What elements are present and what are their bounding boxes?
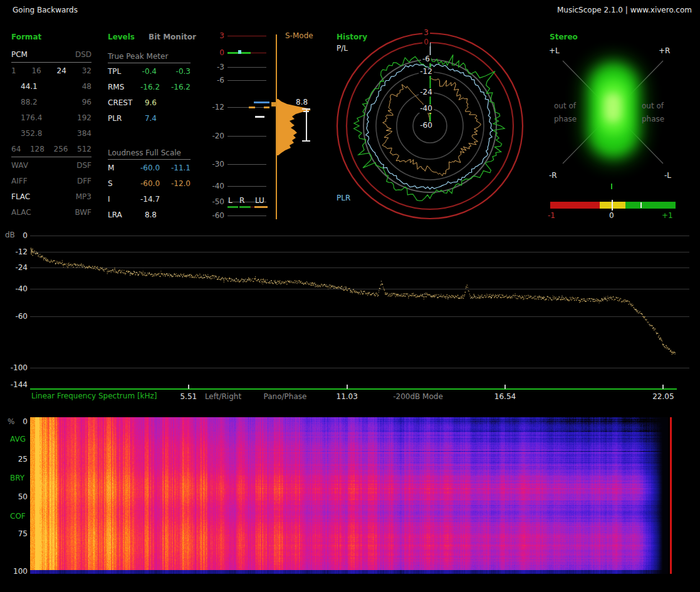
meter-indicator-lu-right xyxy=(264,106,269,108)
format-option-48: 48 xyxy=(82,82,91,91)
levels-row-s: S-60.0-12.0 xyxy=(108,175,191,191)
meter-scale-line xyxy=(227,216,266,216)
app-brand: MusicScope 2.1.0 | www.xivero.com xyxy=(557,6,692,14)
format-option-64: 64 xyxy=(11,145,21,153)
tab-bit-monitor[interactable]: Bit Monitor xyxy=(149,33,196,41)
tab-levels[interactable]: Levels xyxy=(108,33,135,41)
metric-value: -16.2 xyxy=(140,83,157,91)
metric-value: -0.3 xyxy=(157,67,191,76)
mode-pano-phase[interactable]: Pano/Phase xyxy=(264,392,307,401)
levels-row-tpl: TPL-0.4-0.3 xyxy=(108,63,191,79)
format-title: Format xyxy=(11,33,41,41)
meter-scale-label: -20 xyxy=(199,132,224,140)
spectrum-x-tick xyxy=(347,385,348,389)
toggle-avg[interactable]: AVG xyxy=(10,435,26,444)
metric-label: LRA xyxy=(108,210,140,219)
out-of-phase-left-1: out of xyxy=(554,101,576,110)
meter-bottom-bar-l xyxy=(227,206,238,208)
metric-label: S xyxy=(108,179,140,188)
lra-bracket-line xyxy=(306,109,307,141)
label-plus-l: +L xyxy=(549,46,560,55)
spectrum-x-tick-label: 11.03 xyxy=(336,392,357,401)
lra-bracket-cap-bottom xyxy=(302,140,310,142)
format-row: 176.4192 xyxy=(11,110,91,125)
label-minus-l: -L xyxy=(664,171,671,180)
metric-value: 9.6 xyxy=(140,98,157,107)
playhead-line xyxy=(670,417,672,574)
levels-row-m: M-60.0-11.1 xyxy=(108,160,191,175)
mode-left-right[interactable]: Left/Right xyxy=(205,392,241,401)
meter-scale-label: -6 xyxy=(199,76,224,85)
format-option-dsd: DSD xyxy=(75,50,91,59)
metric-value: -16.2 xyxy=(157,83,191,91)
meter-scale-label: -30 xyxy=(199,160,224,169)
spectrogram-y-tick-label: 50 xyxy=(3,492,28,501)
spectrum-axis-line xyxy=(30,388,677,390)
format-option-aiff: AIFF xyxy=(11,177,28,185)
levels-row-lra: LRA8.8 xyxy=(108,207,191,222)
spectrum-x-tick xyxy=(504,385,506,389)
window-title: Going Backwards xyxy=(13,6,78,14)
musicscope-window: Going Backwards MusicScope 2.1.0 | www.x… xyxy=(0,0,700,592)
mode--200db-mode[interactable]: -200dB Mode xyxy=(393,392,443,401)
meter-scale-line xyxy=(227,67,266,68)
meter-scale-line xyxy=(227,80,266,81)
metric-value: -0.4 xyxy=(140,67,157,76)
spectrogram-y-tick-label: 0 xyxy=(3,417,28,426)
metric-label: CREST xyxy=(108,98,140,107)
spectrum-canvas xyxy=(28,232,692,390)
format-option-384: 384 xyxy=(77,129,91,138)
out-of-phase-left-2: phase xyxy=(554,115,577,123)
spectrum-y-tick-label: 0 xyxy=(3,231,28,240)
meter-channel-l-label: L xyxy=(228,196,232,205)
format-option-32: 32 xyxy=(82,66,91,75)
meter-channel-r-label: R xyxy=(239,196,244,205)
section-true-peak-meter: True Peak Meter xyxy=(108,46,191,63)
meter-scale-line xyxy=(227,36,266,36)
history-db-label: 0 xyxy=(422,38,430,46)
metric-label: PLR xyxy=(108,114,140,123)
metric-label: M xyxy=(108,164,140,172)
history-db-label: -60 xyxy=(419,122,434,130)
out-of-phase-right-1: out of xyxy=(642,101,664,110)
correlation-max-label: +1 xyxy=(662,211,673,220)
out-of-phase-right-2: phase xyxy=(642,115,664,123)
meter-scale-line xyxy=(227,107,266,108)
spectrogram-y-tick-label: 75 xyxy=(3,529,28,538)
spectrogram-y-tick-label: 25 xyxy=(3,455,28,464)
spectrum-y-tick-label: -60 xyxy=(3,312,28,321)
meter-indicator-tp-right xyxy=(241,52,251,54)
format-option-256: 256 xyxy=(54,145,68,153)
spectrogram-canvas xyxy=(30,417,668,574)
toggle-cof[interactable]: COF xyxy=(10,512,26,521)
metric-value: 7.4 xyxy=(140,114,157,123)
format-row: 64128256512 xyxy=(11,141,91,157)
format-option-wav: WAV xyxy=(11,161,28,170)
format-option-24: 24 xyxy=(57,66,66,75)
metric-value: -12.0 xyxy=(157,179,191,188)
format-row: WAVDSF xyxy=(11,157,91,173)
meter-scale-label: -50 xyxy=(199,197,224,206)
format-row: AIFFDFF xyxy=(11,173,91,189)
toggle-bry[interactable]: BRY xyxy=(10,474,24,482)
correlation-tick xyxy=(640,202,642,208)
label-minus-r: -R xyxy=(549,171,557,180)
metric-value: -11.1 xyxy=(157,164,191,172)
history-db-label: -12 xyxy=(419,68,434,76)
spectrum-y-tick-label: -24 xyxy=(3,263,28,272)
format-option-1: 1 xyxy=(11,66,16,75)
history-db-label: -24 xyxy=(419,88,434,96)
format-option-bwf: BWF xyxy=(75,208,91,217)
meter-indicator-tp-left xyxy=(227,52,238,54)
format-option-128: 128 xyxy=(30,145,44,153)
meter-indicator-integrated xyxy=(255,116,264,118)
meter-scale-label: -3 xyxy=(199,63,224,71)
spectrum-x-tick xyxy=(662,385,664,389)
metric-value: -60.0 xyxy=(140,164,157,172)
smode-left-blip xyxy=(271,102,276,106)
meter-bottom-bar-lu xyxy=(254,206,268,208)
metric-label: I xyxy=(108,195,140,204)
meter-scale-line xyxy=(227,136,266,137)
section-heading: Loudness Full Scale xyxy=(108,148,181,157)
label-plus-r: +R xyxy=(659,46,670,55)
